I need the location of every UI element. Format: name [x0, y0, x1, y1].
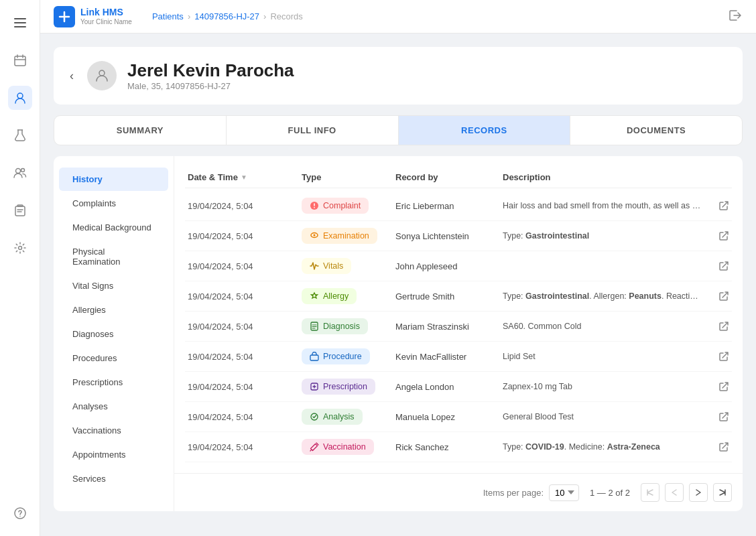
- breadcrumb-patients[interactable]: Patients: [152, 11, 184, 21]
- patient-card: ‹ Jerel Kevin Parocha Male, 35, 14097856…: [54, 47, 743, 105]
- type-badge-allergy: Allergy: [302, 288, 357, 304]
- row-0-open[interactable]: [702, 200, 729, 211]
- nav-item-services[interactable]: Services: [59, 467, 168, 490]
- help-icon[interactable]: [8, 501, 32, 525]
- col-action: [702, 172, 729, 182]
- calendar-icon[interactable]: [8, 48, 32, 72]
- back-button[interactable]: ‹: [70, 69, 74, 83]
- svg-rect-16: [310, 355, 318, 360]
- pagination-prev-button[interactable]: [665, 483, 684, 502]
- settings-icon[interactable]: [8, 236, 32, 260]
- clipboard-icon[interactable]: [8, 198, 32, 222]
- nav-item-prescriptions[interactable]: Prescriptions: [59, 371, 168, 394]
- nav-item-history[interactable]: History: [59, 168, 168, 191]
- svg-point-6: [21, 169, 24, 172]
- pagination-first-button[interactable]: [641, 483, 659, 502]
- items-per-page-label: Items per page:: [483, 488, 544, 498]
- row-4-type: Diagnosis: [302, 318, 395, 334]
- main-tabs: SUMMARY FULL INFO RECORDS DOCUMENTS: [54, 115, 743, 145]
- row-3-datetime: 19/04/2024, 5:04: [188, 291, 302, 302]
- row-6-open[interactable]: [702, 381, 729, 392]
- table-row: 19/04/2024, 5:04 Complaint Eric Lieberma…: [185, 191, 732, 221]
- row-2-datetime: 19/04/2024, 5:04: [188, 261, 302, 271]
- row-5-desc: Lipid Set: [503, 352, 702, 361]
- col-description: Description: [503, 172, 702, 182]
- hamburger-icon[interactable]: [8, 11, 32, 35]
- svg-rect-3: [15, 56, 25, 66]
- breadcrumb-sep1: ›: [188, 11, 190, 21]
- group-icon[interactable]: [8, 161, 32, 185]
- row-5-open[interactable]: [702, 351, 729, 362]
- nav-item-analyses[interactable]: Analyses: [59, 395, 168, 418]
- breadcrumb-sep2: ›: [263, 11, 266, 21]
- row-4-record-by: Mariam Straszinski: [395, 322, 503, 332]
- sidebar: [0, 0, 40, 536]
- row-1-open[interactable]: [702, 230, 729, 241]
- row-0-desc: Hair loss and bad smell from the mouth, …: [503, 201, 702, 210]
- patient-name: Jerel Kevin Parocha: [127, 60, 294, 81]
- svg-point-5: [15, 169, 20, 174]
- row-7-type: Analysis: [302, 409, 395, 425]
- items-per-page-select[interactable]: 10 25 50: [549, 484, 579, 501]
- pagination-next-button[interactable]: [689, 483, 708, 502]
- avatar: [87, 61, 117, 90]
- logo-subtitle: Your Clinic Name: [80, 18, 132, 25]
- row-7-datetime: 19/04/2024, 5:04: [188, 412, 302, 422]
- type-badge-examination: Examination: [302, 228, 377, 244]
- row-0-record-by: Eric Lieberman: [395, 201, 503, 211]
- records-layout: History Complaints Medical Background Ph…: [54, 156, 743, 511]
- row-2-open[interactable]: [702, 261, 729, 271]
- row-7-record-by: Manuela Lopez: [395, 412, 503, 422]
- table-row: 19/04/2024, 5:04 Diagnosis Mariam Strasz…: [185, 312, 732, 342]
- row-0-datetime: 19/04/2024, 5:04: [188, 201, 302, 211]
- nav-item-physical-examination[interactable]: Physical Examination: [59, 240, 168, 273]
- svg-rect-0: [14, 18, 26, 19]
- logout-icon[interactable]: [728, 8, 743, 23]
- row-4-open[interactable]: [702, 321, 729, 332]
- nav-item-vital-signs[interactable]: Vital Signs: [59, 274, 168, 297]
- svg-point-8: [18, 247, 21, 250]
- row-4-datetime: 19/04/2024, 5:04: [188, 322, 302, 332]
- table-container: Date & Time ▼ Type Record by Description: [174, 156, 743, 511]
- flask-icon[interactable]: [8, 123, 32, 147]
- nav-item-vaccinations[interactable]: Vaccinations: [59, 419, 168, 442]
- tab-summary[interactable]: SUMMARY: [54, 116, 227, 145]
- table-header: Date & Time ▼ Type Record by Description: [185, 167, 732, 188]
- row-3-open[interactable]: [702, 291, 729, 302]
- person-icon[interactable]: [8, 86, 32, 110]
- type-badge-prescription: Prescription: [302, 379, 375, 395]
- row-3-type: Allergy: [302, 288, 395, 304]
- row-6-record-by: Angela London: [395, 382, 503, 392]
- breadcrumb-patient-id[interactable]: 14097856-HJ-27: [194, 11, 259, 21]
- table-row: 19/04/2024, 5:04 Examination Sonya Licht…: [185, 221, 732, 251]
- nav-item-procedures[interactable]: Procedures: [59, 346, 168, 370]
- nav-item-allergies[interactable]: Allergies: [59, 298, 168, 322]
- col-datetime[interactable]: Date & Time ▼: [188, 172, 302, 182]
- row-2-record-by: John Appleseed: [395, 261, 503, 271]
- tab-documents[interactable]: DOCUMENTS: [570, 116, 742, 145]
- row-8-desc: Type: COVID-19. Medicine: Astra-Zeneca: [503, 442, 702, 452]
- row-3-record-by: Gertrude Smith: [395, 291, 503, 302]
- pagination-last-button[interactable]: [713, 483, 732, 502]
- table-row: 19/04/2024, 5:04 Allergy Gertrude Smith …: [185, 281, 732, 312]
- row-7-open[interactable]: [702, 411, 729, 422]
- tab-full-info[interactable]: FULL INFO: [227, 116, 399, 145]
- type-badge-vitals: Vitals: [302, 258, 351, 274]
- type-badge-analysis: Analysis: [302, 409, 363, 425]
- nav-item-medical-background[interactable]: Medical Background: [59, 216, 168, 239]
- row-1-record-by: Sonya Lichtenstein: [395, 231, 503, 241]
- svg-rect-7: [15, 206, 25, 216]
- pagination-range: 1 — 2 of 2: [590, 488, 630, 498]
- nav-item-complaints[interactable]: Complaints: [59, 192, 168, 215]
- row-5-datetime: 19/04/2024, 5:04: [188, 352, 302, 362]
- tab-records[interactable]: RECORDS: [399, 116, 571, 145]
- row-8-open[interactable]: [702, 442, 729, 452]
- row-8-type: Vaccination: [302, 439, 395, 455]
- nav-item-diagnoses[interactable]: Diagnoses: [59, 322, 168, 346]
- svg-rect-1: [14, 22, 26, 23]
- nav-item-appointments[interactable]: Appointments: [59, 443, 168, 466]
- pagination: Items per page: 10 25 50 1 — 2 of 2: [174, 473, 743, 511]
- row-6-desc: Zapnex-10 mg Tab: [503, 382, 702, 391]
- type-badge-procedure: Procedure: [302, 348, 370, 364]
- col-type: Type: [302, 172, 395, 182]
